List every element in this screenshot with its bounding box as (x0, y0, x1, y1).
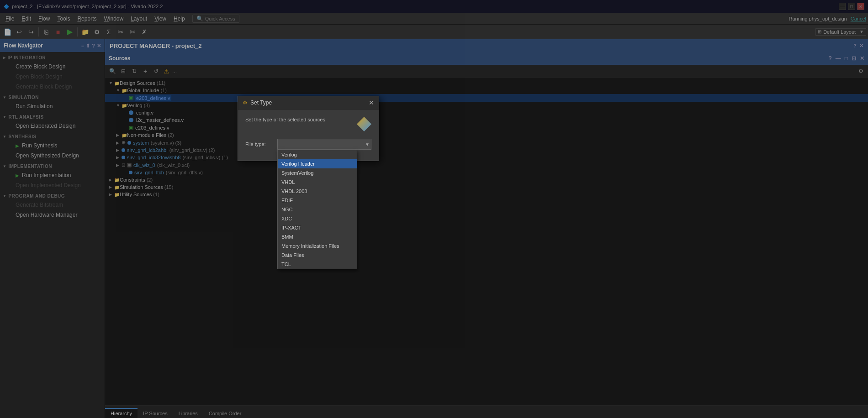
modal-close-button[interactable]: ✕ (369, 99, 374, 106)
modal-select-wrap: ▼ Verilog Verilog Header SystemVerilog V… (277, 139, 371, 150)
dd-ip-xact[interactable]: IP-XACT (278, 223, 357, 232)
dd-vhdl-2008[interactable]: VHDL 2008 (278, 187, 357, 196)
dd-ngc[interactable]: NGC (278, 205, 357, 214)
dd-verilog-header[interactable]: Verilog Header (278, 159, 357, 168)
dd-xdc[interactable]: XDC (278, 214, 357, 223)
file-type-dropdown[interactable]: Verilog Verilog Header SystemVerilog VHD… (277, 150, 357, 269)
modal-overlay: ⚙ Set Type ✕ Set the type of the selecte… (0, 0, 868, 418)
modal-file-type-select[interactable] (277, 139, 371, 150)
modal-body: Set the type of the selected sources. Fi… (238, 110, 379, 161)
modal-field-file-type: File type: ▼ Verilog Verilog Header Syst… (245, 139, 371, 150)
dd-data-files[interactable]: Data Files (278, 251, 357, 260)
modal-desc-text: Set the type of the selected sources. (245, 117, 327, 122)
dd-tcl[interactable]: TCL (278, 260, 357, 269)
modal-title-text: Set Type (250, 99, 272, 106)
dd-systemverilog[interactable]: SystemVerilog (278, 168, 357, 178)
modal-title-icon: ⚙ (243, 99, 248, 106)
modal-description: Set the type of the selected sources. (245, 117, 371, 131)
dd-verilog[interactable]: Verilog (278, 150, 357, 159)
modal-vivado-logo (357, 117, 371, 131)
modal-title-bar: ⚙ Set Type ✕ (238, 96, 379, 110)
modal-file-type-label: File type: (245, 141, 277, 147)
modal-title: ⚙ Set Type (243, 99, 272, 106)
dd-edif[interactable]: EDIF (278, 196, 357, 205)
set-type-modal: ⚙ Set Type ✕ Set the type of the selecte… (238, 96, 379, 161)
dd-memory-init-files[interactable]: Memory Initialization Files (278, 241, 357, 251)
dd-bmm[interactable]: BMM (278, 232, 357, 241)
dd-vhdl[interactable]: VHDL (278, 178, 357, 187)
